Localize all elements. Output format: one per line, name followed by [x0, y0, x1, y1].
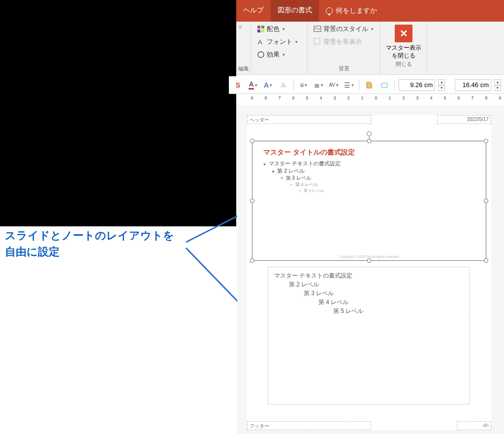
- handle-nw[interactable]: [250, 139, 254, 143]
- header-placeholder[interactable]: ヘッダー: [247, 115, 371, 124]
- fonts-icon: A: [257, 38, 265, 46]
- format-toolbar: S A▾ A▾ A ≡▾ ≣▾ AV▾ ☰▾ ▲▼ ▲▼: [229, 76, 504, 94]
- group-background: 背景のスタイル▾ 背景を非表示 背景: [308, 22, 380, 74]
- handle-sw[interactable]: [250, 258, 254, 263]
- bg-styles-dropdown[interactable]: 背景のスタイル▾: [312, 24, 376, 34]
- spacing-button[interactable]: AV▾: [328, 79, 340, 92]
- notes-level2: 第 2 レベル: [289, 280, 463, 289]
- bg-styles-label: 背景のスタイル: [323, 25, 368, 33]
- palette-icon: [257, 25, 265, 33]
- bullets-button[interactable]: ≣▾: [313, 79, 325, 92]
- tab-shape-format[interactable]: 図形の書式: [271, 0, 319, 22]
- notes-level4: 第 4 レベル: [318, 298, 463, 307]
- width-spinner[interactable]: ▲▼: [494, 79, 501, 91]
- handle-e[interactable]: [484, 199, 488, 203]
- close-x-icon: ✕: [395, 25, 412, 42]
- lightbulb-icon: [326, 7, 333, 14]
- handle-n[interactable]: [367, 139, 372, 143]
- notes-body-placeholder[interactable]: マスター テキストの書式設定 第 2 レベル 第 3 レベル 第 4 レベル 第…: [268, 267, 470, 404]
- group-close: ✕ マスター表示を閉じる 閉じる: [380, 22, 427, 74]
- horizontal-ruler[interactable]: ·9·8·7·6·5·4·3·2·1·0·1·2·3·4·5·6·7·8·9: [238, 95, 504, 106]
- group-edit-stub: マ 編集: [236, 22, 251, 74]
- left-black-panel: [0, 0, 236, 226]
- ribbon-body: マ 編集 配色▾ A フォント▾ 効果▾ . 背景のスタイル▾: [236, 22, 504, 75]
- slide-body-levels: マスター テキストの書式設定 第 2 レベル 第 3 レベル 第 4 レベル 第…: [263, 160, 341, 193]
- tell-me-label: 何をしますか: [336, 6, 377, 15]
- svg-rect-6: [257, 30, 260, 32]
- svg-rect-5: [261, 26, 264, 29]
- slide-level5: 第 5 レベル: [299, 188, 341, 193]
- tab-help[interactable]: ヘルプ: [236, 0, 271, 22]
- slide-level4: 第 4 レベル: [290, 182, 341, 188]
- handle-se[interactable]: [484, 258, 488, 263]
- svg-rect-12: [381, 83, 387, 88]
- editing-canvas[interactable]: ヘッダー 2022/5/17 フッター ‹#› マスター タイトルの書式設定 マ…: [237, 106, 504, 434]
- notes-level5: 第 5 レベル: [333, 307, 463, 315]
- shape-fill-icon[interactable]: S: [232, 79, 244, 92]
- bg-styles-icon: [314, 25, 321, 33]
- slide-title: マスター タイトルの書式設定: [263, 148, 355, 157]
- line-spacing-button[interactable]: ☰▾: [343, 79, 355, 92]
- svg-rect-7: [261, 30, 264, 32]
- footer-placeholder[interactable]: フッター: [247, 421, 371, 430]
- format-painter-button[interactable]: [363, 79, 376, 92]
- notes-level1: マスター テキストの書式設定: [274, 271, 463, 280]
- group-close-label: 閉じる: [396, 60, 412, 70]
- slide-level2: 第 2 レベル: [272, 167, 341, 175]
- text-outline-button[interactable]: A▾: [262, 79, 274, 92]
- close-line2: を閉じる: [392, 52, 415, 59]
- height-input[interactable]: [399, 79, 435, 91]
- font-color-button[interactable]: A▾: [247, 79, 259, 92]
- ruler-ticks: ·9·8·7·6·5·4·3·2·1·0·1·2·3·4·5·6·7·8·9: [242, 95, 504, 100]
- rotate-handle[interactable]: [367, 131, 372, 136]
- width-input[interactable]: [455, 79, 491, 91]
- close-master-button[interactable]: ✕ マスター表示を閉じる: [386, 25, 421, 60]
- svg-rect-11: [314, 38, 320, 44]
- date-placeholder[interactable]: 2022/5/17: [437, 115, 491, 124]
- svg-rect-4: [257, 26, 260, 29]
- clear-format-button[interactable]: A: [277, 79, 289, 92]
- group-themes: 配色▾ A フォント▾ 効果▾ .: [251, 22, 308, 74]
- pagenum-placeholder[interactable]: ‹#›: [457, 421, 491, 430]
- handle-w[interactable]: [250, 199, 254, 203]
- ribbon-tabs: ヘルプ 図形の書式 何をしますか: [236, 0, 504, 22]
- height-spinner[interactable]: ▲▼: [438, 79, 445, 91]
- hide-bg-checkbox[interactable]: 背景を非表示: [312, 36, 376, 47]
- handle-ne[interactable]: [484, 139, 488, 143]
- close-line1: マスター表示: [386, 44, 421, 51]
- svg-point-9: [258, 52, 264, 58]
- fonts-label: フォント: [267, 37, 292, 46]
- group-edit-label: 編集: [237, 64, 250, 74]
- shape-icon-button[interactable]: [378, 79, 391, 92]
- align-button[interactable]: ≡▾: [298, 79, 310, 92]
- handle-s[interactable]: [367, 258, 372, 263]
- hide-bg-label: 背景を非表示: [323, 37, 362, 46]
- slide-level1: マスター テキストの書式設定: [263, 160, 341, 167]
- effects-icon: [257, 51, 265, 59]
- slide-thumbnail-selected[interactable]: マスター タイトルの書式設定 マスター テキストの書式設定 第 2 レベル 第 …: [252, 141, 486, 261]
- slide-copyright: Copyright © 2022 by All rights reserved: [339, 255, 399, 258]
- notes-level3: 第 3 レベル: [304, 289, 463, 298]
- checkbox-icon: [314, 38, 321, 46]
- notes-master-page[interactable]: ヘッダー 2022/5/17 フッター ‹#› マスター タイトルの書式設定 マ…: [247, 115, 491, 430]
- colors-dropdown[interactable]: 配色▾: [255, 24, 303, 34]
- colors-label: 配色: [267, 25, 280, 33]
- slide-level3: 第 3 レベル: [281, 175, 341, 182]
- tell-me-search[interactable]: 何をしますか: [319, 0, 384, 22]
- group-bg-label: 背景: [312, 64, 376, 74]
- fonts-dropdown[interactable]: A フォント▾: [255, 36, 303, 47]
- effects-dropdown[interactable]: 効果▾: [255, 49, 303, 60]
- effects-label: 効果: [267, 50, 280, 59]
- svg-text:A: A: [258, 38, 262, 46]
